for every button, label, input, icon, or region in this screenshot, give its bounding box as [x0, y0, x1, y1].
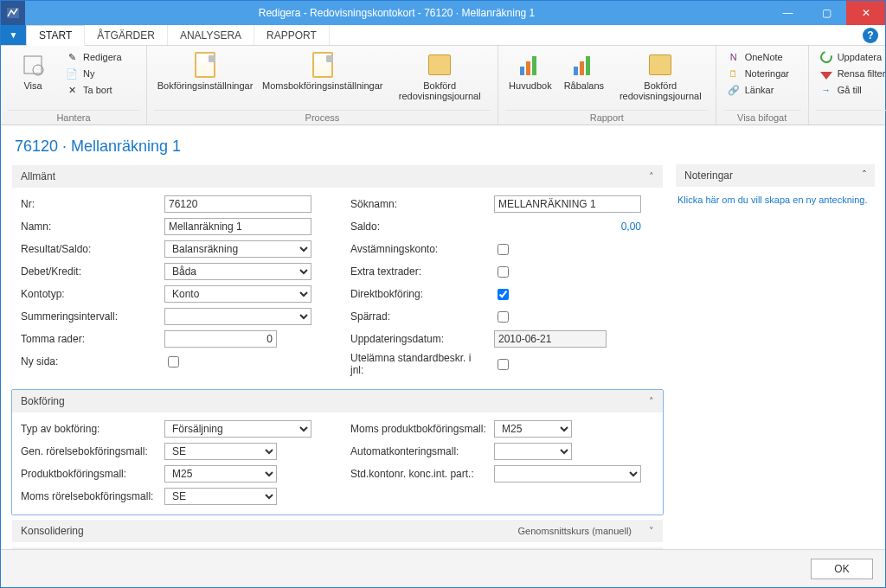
- tomma-input[interactable]: [164, 330, 277, 348]
- tab-start[interactable]: START: [27, 25, 85, 46]
- refresh-icon: [819, 50, 833, 64]
- momsp-label: Moms produktbokföringsmall:: [350, 423, 487, 435]
- saldo-value[interactable]: 0,00: [494, 220, 641, 233]
- posted-journal-icon: [426, 51, 453, 79]
- ok-button[interactable]: OK: [811, 559, 873, 579]
- huvudbok-button[interactable]: Huvudbok: [505, 49, 555, 93]
- bokford-redovisningsjournal-report-button[interactable]: Bokförd redovisningsjournal: [613, 49, 709, 103]
- momsp-select[interactable]: M25: [494, 420, 572, 438]
- group-label-sida: Sida: [816, 110, 886, 123]
- ribbon-group-sida: Uppdatera Rensa filter →Gå till Föregåen…: [809, 46, 886, 125]
- gen-select[interactable]: SE: [164, 443, 277, 460]
- noteringar-header[interactable]: Noteringar ˆ: [676, 164, 875, 187]
- std-select[interactable]: [494, 465, 641, 483]
- links-icon: 🔗: [727, 83, 741, 97]
- nysida-label: Ny sida:: [21, 355, 157, 368]
- notes-icon: 🗒: [727, 67, 741, 80]
- ribbon: Visa ✎Redigera 📄Ny ✕Ta bort Hantera Bokf…: [1, 46, 885, 125]
- nr-input[interactable]: [164, 195, 311, 213]
- momsbokforingsinstallningar-button[interactable]: Momsbokföringsinställningar: [260, 49, 386, 93]
- uppdatering-label: Uppdateringsdatum:: [350, 333, 487, 345]
- extra-label: Extra textrader:: [350, 265, 487, 278]
- extra-checkbox[interactable]: [498, 266, 509, 278]
- summering-select[interactable]: [164, 308, 311, 325]
- prod-label: Produktbokföringsmall:: [21, 468, 157, 480]
- fasttab-allmant-header[interactable]: Allmänt ˄: [12, 165, 663, 188]
- minimize-button[interactable]: —: [768, 1, 807, 25]
- fasttab-bokforing-title: Bokföring: [21, 395, 65, 407]
- maximize-button[interactable]: ▢: [807, 1, 846, 25]
- soknamn-label: Söknamn:: [350, 198, 487, 210]
- lankar-button[interactable]: 🔗Länkar: [723, 82, 801, 98]
- nysida-checkbox[interactable]: [168, 356, 179, 368]
- prod-select[interactable]: M25: [164, 465, 277, 483]
- uppdatera-button[interactable]: Uppdatera: [816, 49, 886, 65]
- fasttab-konsolidering-header[interactable]: Konsolidering Genomsnittskurs (manuell) …: [12, 520, 663, 542]
- app-icon: [1, 1, 25, 25]
- utelamna-checkbox[interactable]: [498, 359, 509, 370]
- view-icon: [19, 51, 47, 79]
- bokforingsinstallningar-button[interactable]: Bokföringsinställningar: [154, 49, 256, 93]
- saldo-label: Saldo:: [350, 220, 487, 233]
- visa-button[interactable]: Visa: [8, 49, 58, 93]
- direkt-label: Direktbokföring:: [350, 288, 487, 300]
- ny-button[interactable]: 📄Ny: [61, 66, 139, 81]
- ledger-icon: [517, 51, 544, 79]
- tab-analysera[interactable]: ANALYSERA: [168, 25, 254, 45]
- gen-label: Gen. rörelsebokföringsmall:: [21, 445, 157, 457]
- noteringar-new-link[interactable]: Klicka här om du vill skapa en ny anteck…: [677, 195, 868, 205]
- chevron-up-icon: ˄: [649, 396, 654, 407]
- fasttab-bokforing-header[interactable]: Bokföring ˄: [12, 390, 663, 412]
- tomma-label: Tomma rader:: [21, 333, 157, 345]
- debet-select[interactable]: Båda: [164, 263, 311, 280]
- namn-input[interactable]: [164, 218, 311, 235]
- chevron-up-icon: ˄: [649, 171, 654, 182]
- ribbon-group-visa-bifogat: NOneNote 🗒Noteringar 🔗Länkar Visa bifoga…: [716, 46, 809, 125]
- title-bar: Redigera - Redovisningskontokort - 76120…: [1, 1, 885, 25]
- close-button[interactable]: ✕: [846, 1, 885, 25]
- bokford-redovisningsjournal-button[interactable]: Bokförd redovisningsjournal: [389, 49, 491, 103]
- tab-atgarder[interactable]: ÅTGÄRDER: [85, 25, 168, 45]
- help-icon[interactable]: ?: [863, 28, 878, 43]
- side-noteringar-panel: Noteringar ˆ Klicka här om du vill skapa…: [676, 164, 875, 549]
- posted-journal-report-icon: [646, 51, 674, 79]
- edit-icon: ✎: [65, 50, 79, 64]
- ribbon-tabs: ▼ START ÅTGÄRDER ANALYSERA RAPPORT ?: [1, 25, 885, 46]
- tab-rapport[interactable]: RAPPORT: [254, 25, 330, 45]
- sparrad-checkbox[interactable]: [498, 311, 509, 323]
- tabort-button[interactable]: ✕Ta bort: [61, 82, 139, 98]
- new-icon: 📄: [65, 67, 79, 80]
- noteringar-title: Noteringar: [684, 169, 733, 182]
- file-menu-dropdown[interactable]: ▼: [1, 25, 27, 45]
- ga-till-button[interactable]: →Gå till: [816, 82, 886, 98]
- vat-setup-icon: [309, 51, 337, 79]
- momsr-select[interactable]: SE: [164, 488, 277, 505]
- typ-label: Typ av bokföring:: [21, 423, 157, 435]
- app-window: Redigera - Redovisningskontokort - 76120…: [0, 0, 886, 588]
- delete-icon: ✕: [65, 83, 79, 97]
- onenote-button[interactable]: NOneNote: [723, 49, 801, 65]
- avstamning-checkbox[interactable]: [498, 244, 509, 255]
- resultat-select[interactable]: Balansräkning: [164, 240, 311, 258]
- sparrad-label: Spärrad:: [350, 310, 487, 323]
- posting-setup-icon: [191, 51, 219, 79]
- uppdatering-input: [494, 330, 607, 348]
- page-title: 76120 · Mellanräkning 1: [15, 137, 875, 156]
- chevron-down-icon: ˅: [649, 526, 654, 537]
- clear-filter-icon: [819, 67, 833, 80]
- rensa-filter-button[interactable]: Rensa filter: [816, 66, 886, 81]
- group-label-hantera: Hantera: [8, 110, 139, 123]
- avstamning-label: Avstämningskonto:: [350, 243, 487, 255]
- resultat-label: Resultat/Saldo:: [21, 243, 157, 255]
- trial-balance-icon: [570, 51, 598, 79]
- ribbon-group-process: Bokföringsinställningar Momsbokföringsin…: [147, 46, 498, 125]
- rabalans-button[interactable]: Råbalans: [559, 49, 609, 93]
- typ-select[interactable]: Försäljning: [164, 420, 311, 438]
- group-label-rapport: Rapport: [505, 110, 709, 123]
- auto-select[interactable]: [494, 443, 572, 460]
- direkt-checkbox[interactable]: [498, 289, 509, 300]
- soknamn-input[interactable]: [494, 195, 641, 213]
- redigera-button[interactable]: ✎Redigera: [61, 49, 139, 65]
- kontotyp-select[interactable]: Konto: [164, 285, 311, 303]
- noteringar-button[interactable]: 🗒Noteringar: [723, 66, 801, 81]
